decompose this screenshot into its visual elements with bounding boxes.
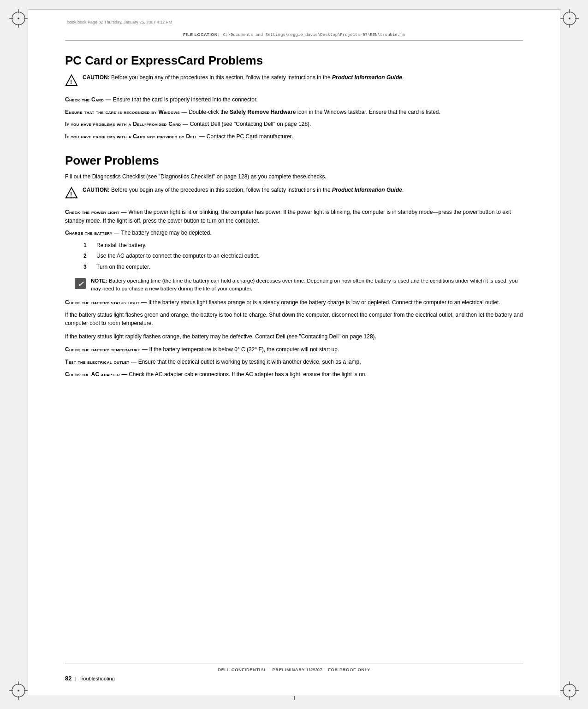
svg-text:✓: ✓: [77, 280, 84, 288]
caution-text-1: CAUTION: Before you begin any of the pro…: [83, 73, 404, 82]
page-footer: DELL CONFIDENTIAL – PRELIMINARY 1/25/07 …: [65, 663, 523, 682]
check-label-charge: Charge the battery —: [65, 230, 119, 236]
note-box-battery: ✓ NOTE: Battery operating time (the time…: [74, 277, 523, 293]
caution-box-2: ! CAUTION: Before you begin any of the p…: [65, 186, 523, 201]
caution-icon-1: !: [65, 74, 78, 89]
power-intro: Fill out the Diagnostics Checklist (see …: [65, 172, 523, 181]
check-text-dell-card: Contact Dell (see "Contacting Dell" on p…: [190, 121, 311, 127]
battery-hot-para: If the battery status light flashes gree…: [65, 311, 523, 328]
check-text-card: Ensure that the card is properly inserte…: [113, 96, 257, 103]
check-label-outlet: Test the electrical outlet —: [65, 359, 137, 365]
battery-steps: 1 Reinstall the battery. 2 Use the AC ad…: [83, 241, 523, 272]
svg-point-1: [18, 18, 19, 19]
check-item-dell-card: If you have problems with a Dell-provide…: [65, 120, 523, 129]
caution-box-1: ! CAUTION: Before you begin any of the p…: [65, 73, 523, 89]
check-text-acadapter: Check the AC adapter cable connections. …: [129, 371, 367, 378]
svg-point-13: [18, 690, 19, 691]
book-info: book.book Page 82 Thursday, January 25, …: [67, 20, 172, 24]
caution-icon-2: !: [65, 187, 78, 201]
caution-label-1: CAUTION:: [83, 74, 110, 81]
step-text-2: Use the AC adapter to connect the comput…: [96, 252, 260, 260]
svg-text:!: !: [70, 78, 72, 85]
svg-point-7: [569, 18, 570, 19]
file-location-path: C:\Documents and Settings\reggie_davis\D…: [223, 33, 405, 37]
footer-page-number: 82: [65, 675, 71, 682]
caution-guide-ref-1: Product Information Guide: [332, 74, 402, 81]
step-num-3: 3: [83, 263, 91, 272]
footer-pipe: |: [74, 676, 76, 681]
battery-defective-para: If the battery status light rapidly flas…: [65, 332, 523, 341]
check-label-dell-card: If you have problems with a Dell-provide…: [65, 121, 188, 127]
footer-section-label: Troubleshooting: [78, 676, 114, 681]
note-icon: ✓: [74, 278, 86, 290]
check-item-batterytemp: Check the battery temperature — If the b…: [65, 345, 523, 354]
svg-text:!: !: [70, 191, 72, 198]
check-text-batterytemp: If the battery temperature is below 0° C…: [149, 346, 339, 353]
caution-guide-ref-2: Product Information Guide: [332, 187, 402, 193]
check-text-notdell-card: Contact the PC Card manufacturer.: [207, 133, 293, 140]
check-text-powerlight: When the power light is lit or blinking,…: [65, 209, 511, 224]
corner-mark-bl: [9, 681, 28, 700]
svg-point-19: [569, 690, 570, 691]
check-item-notdell-card: If you have problems with a Card not pro…: [65, 132, 523, 141]
corner-mark-tl: [9, 9, 28, 28]
page-wrapper: book.book Page 82 Thursday, January 25, …: [0, 0, 588, 709]
check-label-batterylight: Check the battery status light —: [65, 299, 147, 306]
check-item-powerlight: Check the power light — When the power l…: [65, 208, 523, 225]
check-text-windows: Double-click the Safely Remove Hardware …: [189, 109, 440, 115]
check-text-outlet: Ensure that the electrical outlet is wor…: [138, 359, 361, 365]
battery-step-3: 3 Turn on the computer.: [83, 263, 523, 272]
check-item-acadapter: Check the AC adapter — Check the AC adap…: [65, 370, 523, 379]
step-text-1: Reinstall the battery.: [96, 241, 147, 250]
check-label-acadapter: Check the AC adapter —: [65, 371, 127, 378]
file-location-label: FILE LOCATION:: [183, 32, 219, 37]
step-num-1: 1: [83, 241, 91, 250]
check-item-batterylight: Check the battery status light — If the …: [65, 298, 523, 307]
check-item-outlet: Test the electrical outlet — Ensure that…: [65, 358, 523, 366]
check-text-charge: The battery charge may be depleted.: [121, 230, 212, 236]
check-label-card: Check the Card —: [65, 96, 111, 103]
check-text-batterylight: If the battery status light flashes oran…: [148, 299, 500, 306]
check-item-windows: Ensure that the card is recognized by Wi…: [65, 108, 523, 117]
caution-label-2: CAUTION:: [83, 187, 110, 193]
section-title-pccard: PC Card or ExpressCard Problems: [65, 53, 523, 68]
corner-mark-br: [560, 681, 579, 700]
check-item-card: Check the Card — Ensure that the card is…: [65, 95, 523, 104]
corner-mark-tr: [560, 9, 579, 28]
file-location: FILE LOCATION: C:\Documents and Settings…: [65, 28, 523, 37]
note-label: NOTE:: [91, 278, 107, 284]
battery-step-1: 1 Reinstall the battery.: [83, 241, 523, 250]
check-label-batterytemp: Check the battery temperature —: [65, 346, 148, 353]
step-num-2: 2: [83, 252, 91, 260]
footer-page-line: 82 | Troubleshooting: [65, 675, 523, 682]
top-rule: [65, 40, 523, 41]
step-text-3: Turn on the computer.: [96, 263, 150, 272]
footer-confidential: DELL CONFIDENTIAL – PRELIMINARY 1/25/07 …: [65, 663, 523, 672]
caution-text-2: CAUTION: Before you begin any of the pro…: [83, 186, 404, 194]
section-title-power: Power Problems: [65, 154, 523, 168]
check-item-charge: Charge the battery — The battery charge …: [65, 229, 523, 237]
check-label-powerlight: Check the power light —: [65, 209, 127, 215]
check-label-notdell-card: If you have problems with a Card not pro…: [65, 133, 205, 140]
page-content: book.book Page 82 Thursday, January 25, …: [28, 9, 560, 696]
note-text-battery: NOTE: Battery operating time (the time t…: [91, 277, 523, 293]
battery-step-2: 2 Use the AC adapter to connect the comp…: [83, 252, 523, 260]
check-label-windows: Ensure that the card is recognized by Wi…: [65, 109, 187, 115]
